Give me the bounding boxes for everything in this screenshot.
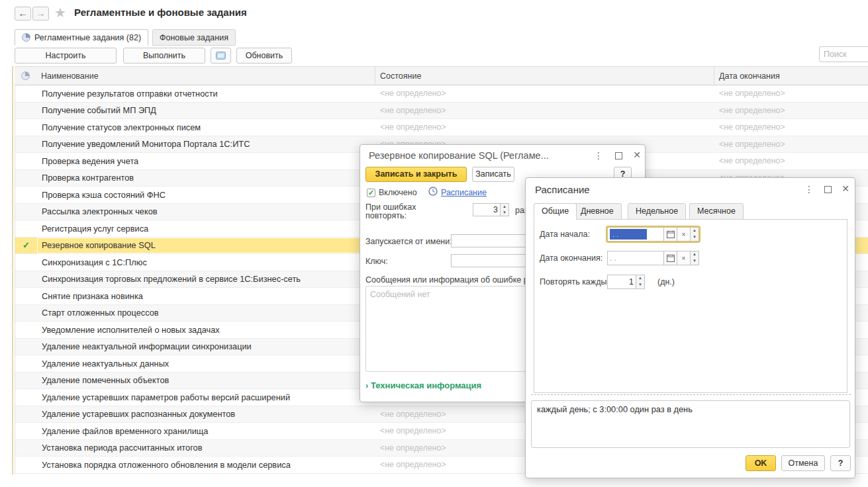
maximize-icon[interactable] <box>822 185 833 195</box>
job-name-cell[interactable]: Установка порядка отложенного обновления… <box>37 460 375 470</box>
spinner-down-icon[interactable]: ▼ <box>501 210 508 216</box>
table-row[interactable]: Получение событий МП ЭПД<не определено><… <box>15 103 868 120</box>
job-name-cell[interactable]: Получение результатов отправки отчетност… <box>37 89 375 99</box>
technical-info-link[interactable]: › Техническая информация <box>365 380 481 390</box>
repeat-every-input[interactable]: 1 <box>607 275 636 289</box>
search-input[interactable] <box>819 46 868 62</box>
tab-scheduled-jobs-label: Регламентные задания (82) <box>34 33 141 42</box>
save-close-button[interactable]: Записать и закрыть <box>365 167 467 182</box>
job-enddate-cell[interactable]: <не определено> <box>714 106 868 115</box>
help-button[interactable]: ? <box>830 455 851 471</box>
job-name-cell[interactable]: Снятие признака новинка <box>37 291 375 301</box>
back-button[interactable]: ← <box>15 7 31 21</box>
start-date-field[interactable]: . . × ▲▼ <box>607 227 699 242</box>
job-name-cell[interactable]: Резервное копирование SQL <box>37 238 375 254</box>
close-icon[interactable]: ✕ <box>632 150 642 159</box>
job-name-cell[interactable]: Удаление устаревших параметров работы ве… <box>37 392 375 402</box>
job-state-cell[interactable]: <не определено> <box>375 89 714 98</box>
column-name-header[interactable]: Наименование <box>36 67 375 85</box>
spinner-up-icon[interactable]: ▲ <box>691 251 699 258</box>
spinner[interactable]: ▲▼ <box>691 227 699 242</box>
job-name-cell[interactable]: Проверка контрагентов <box>37 173 375 183</box>
column-enddate-header[interactable]: Дата окончания <box>714 67 868 85</box>
job-name-cell[interactable]: Рассылка электронных чеков <box>37 206 375 216</box>
tab-general[interactable]: Общие <box>534 203 577 220</box>
clock-pie-icon <box>22 33 30 42</box>
job-enddate-cell[interactable]: <не определено> <box>714 122 868 132</box>
tab-background-jobs-label: Фоновые задания <box>160 33 228 42</box>
ok-button[interactable]: OK <box>746 455 776 471</box>
spinner-down-icon[interactable]: ▼ <box>636 282 644 288</box>
job-enddate-cell[interactable]: <не определено> <box>714 156 868 165</box>
column-state-header[interactable]: Состояние <box>375 67 714 85</box>
kebab-menu-icon[interactable]: ⋮ <box>593 151 604 160</box>
retry-count-input[interactable]: 3 <box>473 203 501 216</box>
job-name-cell[interactable]: Удаление файлов временного хранилища <box>37 426 375 436</box>
refresh-button[interactable]: Обновить <box>236 48 292 64</box>
job-name-cell[interactable]: Регистрация услуг сервиса <box>37 224 375 234</box>
calendar-icon[interactable] <box>664 227 677 242</box>
favorite-star-icon[interactable]: ★ <box>54 5 66 21</box>
column-icon-header[interactable] <box>15 67 36 85</box>
cancel-button[interactable]: Отмена <box>781 455 825 471</box>
configure-schedule-button[interactable]: Настроить расписание... <box>15 48 117 64</box>
spinner-down-icon[interactable]: ▼ <box>691 234 699 241</box>
key-label: Ключ: <box>365 257 388 266</box>
retry-label: При ошибках повторять: <box>365 203 416 220</box>
clear-icon[interactable]: × <box>677 251 691 265</box>
schedule-link[interactable]: Расписание <box>441 188 487 197</box>
job-name-cell[interactable]: Проверка кэша состояний ФНС <box>37 190 375 200</box>
tab-monthly[interactable]: Месячное <box>689 203 744 220</box>
page-title: Регламентные и фоновые задания <box>74 7 247 18</box>
job-name-cell[interactable]: Удаление помеченных объектов <box>37 375 375 385</box>
job-name-cell[interactable]: Удаление неактуальных данных <box>37 359 375 369</box>
save-button[interactable]: Записать <box>472 167 514 182</box>
job-name-cell[interactable]: Синхронизация торговых предложений в сер… <box>37 274 375 284</box>
job-name-cell[interactable]: Получение событий МП ЭПД <box>37 105 375 115</box>
repeat-every-stepper[interactable]: 1 ▲▼ <box>607 275 645 289</box>
job-name-cell[interactable]: Получение статусов электронных писем <box>37 122 375 132</box>
job-name-cell[interactable]: Старт отложенных процессов <box>37 308 375 318</box>
enabled-checkbox[interactable]: ✓ <box>367 189 375 197</box>
start-date-input[interactable]: . . <box>607 227 664 242</box>
job-enddate-cell[interactable]: <не определено> <box>714 89 868 98</box>
spinner[interactable]: ▲▼ <box>691 251 699 265</box>
tab-scheduled-jobs[interactable]: Регламентные задания (82) <box>15 29 148 46</box>
spinner-up-icon[interactable]: ▲ <box>636 275 644 282</box>
spinner-up-icon[interactable]: ▲ <box>501 204 508 210</box>
end-date-input[interactable]: . . <box>607 251 664 265</box>
spinner[interactable]: ▲▼ <box>501 203 509 216</box>
tab-background-jobs[interactable]: Фоновые задания <box>152 29 236 46</box>
spinner-down-icon[interactable]: ▼ <box>691 258 699 265</box>
spinner-up-icon[interactable]: ▲ <box>691 228 699 234</box>
selected-text: . . <box>610 229 647 240</box>
job-name-cell[interactable]: Синхронизация с 1С:Плюс <box>37 257 375 267</box>
repeat-every-label: Повторять каждые: <box>540 277 614 287</box>
job-name-cell[interactable]: Получение уведомлений Монитора Портала 1… <box>37 139 375 149</box>
table-row[interactable]: Получение результатов отправки отчетност… <box>15 85 868 103</box>
tab-weekly[interactable]: Недельное <box>628 203 686 220</box>
job-name-cell[interactable]: Уведомление исполнителей о новых задачах <box>37 325 375 335</box>
calendar-icon[interactable] <box>664 251 677 265</box>
forward-button[interactable]: → <box>32 7 49 21</box>
kebab-menu-icon[interactable]: ⋮ <box>804 185 814 194</box>
job-state-cell[interactable]: <не определено> <box>375 122 714 132</box>
retry-count-stepper[interactable]: 3 ▲▼ <box>473 203 509 216</box>
chevron-right-icon: › <box>365 380 368 390</box>
job-name-cell[interactable]: Установка периода рассчитанных итогов <box>37 443 375 453</box>
job-state-cell[interactable]: <не определено> <box>375 106 714 115</box>
end-date-field[interactable]: . . × ▲▼ <box>607 251 699 265</box>
run-now-button[interactable]: Выполнить сейчас <box>123 48 205 64</box>
spinner[interactable]: ▲▼ <box>636 275 645 289</box>
job-name-cell[interactable]: Удаление неактуальной информации синхрон… <box>37 341 375 351</box>
maximize-icon[interactable] <box>613 152 624 161</box>
screen-icon-button[interactable] <box>211 48 231 64</box>
clear-icon[interactable]: × <box>677 227 691 242</box>
job-enddate-cell[interactable]: <не определено> <box>714 140 868 149</box>
job-name-cell[interactable]: Проверка ведения учета <box>37 156 375 166</box>
schedule-dialog: Расписание ⋮ ✕ Общие Дневное Недельное М… <box>525 177 855 478</box>
job-name-cell[interactable]: Удаление устаревших распознанных докумен… <box>37 409 375 419</box>
tab-daily[interactable]: Дневное <box>573 203 622 220</box>
table-row[interactable]: Получение статусов электронных писем<не … <box>15 119 868 136</box>
close-icon[interactable]: ✕ <box>840 184 851 193</box>
